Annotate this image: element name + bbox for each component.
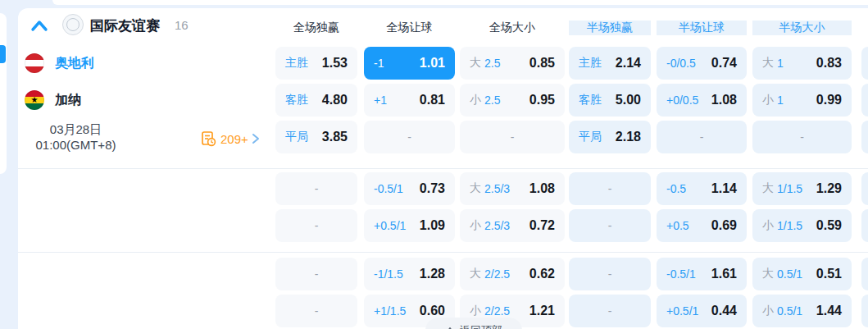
left-active-indicator: [0, 45, 6, 63]
over-under-line: 1: [777, 94, 784, 107]
odds-cell-clipped[interactable]: [861, 84, 868, 117]
over-under-line: 2.5/3: [484, 182, 510, 195]
odds-cell[interactable]: 大2/2.5 0.62: [460, 258, 565, 290]
odds-cell-clipped[interactable]: [861, 258, 868, 290]
odds-label: +0.5/1: [666, 304, 698, 318]
odds-cell[interactable]: 主胜 2.14: [569, 47, 651, 80]
odds-cell-empty: -: [364, 121, 455, 153]
odds-cell[interactable]: -0/0.5 0.74: [657, 47, 747, 80]
match-datetime: 03月28日 01:00(GMT+8): [8, 121, 143, 153]
odds-cell-selected[interactable]: -1 1.01: [364, 47, 455, 80]
over-under-line: 2.5/3: [484, 219, 510, 232]
odds-cell[interactable]: 大0.5/1 0.51: [752, 258, 852, 290]
odds-value: 0.62: [529, 267, 555, 281]
odds-cell[interactable]: -0.5 1.14: [657, 172, 747, 205]
odds-cell[interactable]: 大2.5 0.85: [460, 47, 565, 80]
over-under-side: 大: [762, 267, 774, 281]
odds-cell[interactable]: 小2.5/3 0.72: [460, 209, 565, 242]
odds-cell[interactable]: +0.5 0.69: [657, 209, 747, 242]
empty-dash: -: [511, 130, 515, 144]
more-odds-count: 209+: [220, 132, 248, 146]
over-under-line: 2.5: [484, 57, 500, 70]
odds-cell-clipped[interactable]: [861, 47, 868, 80]
column-header-ft-handicap: 全场让球: [364, 21, 455, 35]
more-odds-button[interactable]: 209+: [201, 130, 260, 148]
odds-cell[interactable]: 小1 0.99: [752, 84, 852, 117]
ghana-star-icon: ★: [25, 90, 44, 110]
odds-value: 0.69: [711, 218, 737, 233]
odds-label: 主胜: [579, 56, 602, 71]
odds-cell[interactable]: -0.5/1 0.73: [364, 172, 455, 205]
over-under-line: 1/1.5: [777, 219, 802, 232]
over-under-line: 2/2.5: [484, 267, 510, 281]
over-under-side: 大: [470, 56, 481, 71]
odds-label: +0/0.5: [666, 94, 698, 107]
odds-cell[interactable]: 平局 2.18: [569, 121, 651, 153]
odds-cell[interactable]: 主胜 1.53: [275, 47, 357, 80]
odds-value: 0.44: [711, 304, 737, 318]
empty-dash: -: [800, 130, 804, 144]
odds-cell-empty: -: [657, 121, 747, 153]
odds-cell-empty: -: [275, 209, 357, 242]
odds-value: 1.08: [529, 181, 555, 196]
odds-cell-clipped[interactable]: [861, 121, 868, 153]
odds-cell[interactable]: +1 0.81: [364, 84, 455, 117]
column-header-ft-1x2: 全场独赢: [275, 21, 357, 35]
odds-cell-empty: -: [275, 258, 357, 290]
odds-label: +0.5: [666, 219, 689, 232]
odds-cell-empty: -: [569, 172, 651, 205]
empty-dash: -: [608, 182, 612, 195]
odds-cell[interactable]: 大1/1.5 1.29: [752, 172, 852, 205]
odds-value: 0.95: [529, 93, 555, 107]
over-under-line: 2.5: [484, 94, 500, 107]
odds-cell-clipped[interactable]: [861, 172, 868, 205]
match-date: 03月28日: [8, 121, 143, 137]
odds-cell-empty: -: [460, 121, 565, 153]
odds-label: 客胜: [285, 93, 308, 107]
odds-cell-clipped[interactable]: [861, 209, 868, 242]
odds-value: 1.21: [529, 304, 555, 318]
odds-value: 1.08: [711, 93, 737, 107]
odds-cell[interactable]: 大1 0.83: [752, 47, 852, 80]
league-name: 国际友谊赛: [90, 16, 160, 35]
column-header-ht-overunder: 半场大小: [752, 21, 852, 35]
odds-cell[interactable]: +0/0.5 1.08: [657, 84, 747, 117]
empty-dash: -: [407, 130, 411, 144]
odds-cell[interactable]: 小0.5/1 1.44: [752, 295, 852, 327]
odds-value: 1.29: [816, 181, 842, 196]
odds-cell-empty: -: [752, 121, 852, 153]
odds-label: -0.5: [666, 182, 686, 195]
odds-cell[interactable]: -1/1.5 1.28: [364, 258, 455, 290]
odds-value: 5.00: [616, 93, 641, 107]
odds-cell[interactable]: 客胜 5.00: [569, 84, 651, 117]
over-under-side: 小: [762, 304, 774, 318]
odds-label: 平局: [579, 130, 602, 144]
odds-cell[interactable]: +0.5/1 1.09: [364, 209, 455, 242]
odds-cell[interactable]: +0.5/1 0.44: [657, 295, 747, 327]
odds-value: 1.09: [420, 218, 445, 233]
over-under-side: 小: [762, 93, 774, 107]
odds-value: 2.18: [616, 130, 641, 144]
over-under-side: 大: [762, 56, 774, 71]
odds-cell[interactable]: 小2.5 0.95: [460, 84, 565, 117]
away-team-row[interactable]: ★ 加纳: [25, 84, 254, 117]
odds-cell[interactable]: 小1/1.5 0.59: [752, 209, 852, 242]
odds-cell-clipped[interactable]: [861, 295, 868, 327]
odds-cell[interactable]: -0.5/1 1.61: [657, 258, 747, 290]
odds-cell[interactable]: 平局 3.85: [275, 121, 357, 153]
away-team-name: 加纳: [55, 92, 81, 109]
home-team-row[interactable]: 奥地利: [25, 47, 254, 80]
column-header-ht-1x2: 半场独赢: [569, 21, 651, 35]
back-to-top-label: 返回顶部: [460, 323, 502, 329]
odds-cell-empty: -: [275, 172, 357, 205]
odds-label: 客胜: [579, 93, 602, 107]
odds-value: 0.99: [816, 93, 842, 107]
odds-value: 1.28: [420, 267, 445, 281]
home-team-name: 奥地利: [55, 55, 94, 72]
odds-cell[interactable]: 客胜 4.80: [275, 84, 357, 117]
back-to-top-button[interactable]: 返回顶部: [425, 318, 522, 329]
collapse-button[interactable]: [30, 18, 49, 34]
odds-cell[interactable]: 大2.5/3 1.08: [460, 172, 565, 205]
odds-label: 主胜: [285, 56, 308, 71]
ghana-flag-icon: ★: [25, 90, 44, 110]
